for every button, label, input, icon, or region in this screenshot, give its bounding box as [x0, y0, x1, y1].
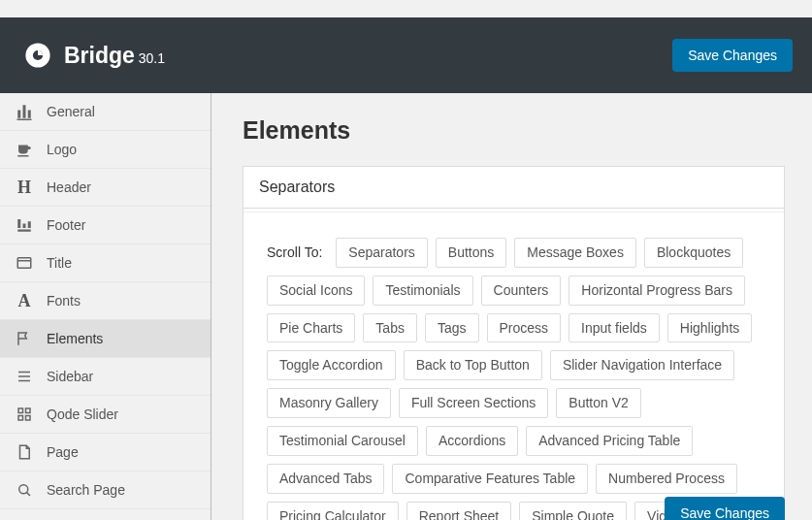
scroll-chip-accordions[interactable]: Accordions [426, 426, 518, 456]
elements-panel: Separators Scroll To: SeparatorsButtonsM… [243, 166, 785, 520]
svg-rect-11 [18, 408, 23, 413]
sidebar-item-logo[interactable]: Logo [0, 131, 211, 169]
sidebar-item-label: General [47, 104, 195, 119]
scroll-chip-blockquotes[interactable]: Blockquotes [644, 238, 743, 268]
scroll-chip-pricing-calculator[interactable]: Pricing Calculator [267, 502, 399, 520]
sidebar-item-header[interactable]: HHeader [0, 169, 211, 207]
page-title: Elements [243, 116, 785, 145]
save-changes-button-bottom[interactable]: Save Changes [665, 497, 785, 520]
letter-h-icon: H [16, 179, 33, 196]
svg-rect-3 [17, 230, 31, 232]
sidebar-item-label: Logo [47, 142, 195, 157]
cup-icon [16, 141, 33, 158]
scroll-to-label: Scroll To: [267, 244, 322, 260]
scroll-chip-advanced-tabs[interactable]: Advanced Tabs [267, 464, 384, 494]
scroll-to-row: Scroll To: SeparatorsButtonsMessage Boxe… [267, 238, 761, 520]
sidebar-item-sidebar[interactable]: Sidebar [0, 358, 211, 396]
footer-layout-icon [16, 216, 33, 234]
scroll-chip-back-to-top-button[interactable]: Back to Top Button [404, 350, 542, 380]
panel-title: Separators [244, 167, 784, 209]
svg-rect-13 [18, 416, 23, 421]
search-icon [16, 481, 33, 499]
header-bar: Bridge 30.1 Save Changes [0, 17, 812, 93]
save-changes-button[interactable]: Save Changes [672, 39, 793, 72]
scroll-chip-report-sheet[interactable]: Report Sheet [406, 502, 512, 520]
title-bar-icon [16, 254, 33, 272]
scroll-chip-testimonials[interactable]: Testimonials [373, 276, 472, 306]
sidebar-item-label: Elements [47, 331, 195, 346]
sidebar-item-label: Qode Slider [47, 406, 195, 422]
scroll-chip-comparative-features-table[interactable]: Comparative Features Table [392, 464, 588, 494]
scroll-chip-input-fields[interactable]: Input fields [568, 313, 660, 343]
brand-logo-icon [23, 41, 52, 70]
flag-icon [16, 330, 33, 347]
columns-icon [16, 103, 33, 120]
brand-name: Bridge 30.1 [64, 43, 165, 69]
sidebar-item-title[interactable]: Title [0, 244, 211, 282]
sidebar-item-label: Footer [47, 217, 195, 233]
scroll-chip-numbered-process[interactable]: Numbered Process [596, 464, 737, 494]
scroll-chip-button-v2[interactable]: Button V2 [556, 388, 641, 418]
sidebar-item-label: Sidebar [47, 369, 195, 384]
svg-rect-12 [26, 408, 31, 413]
panel-body: Scroll To: SeparatorsButtonsMessage Boxe… [244, 211, 784, 520]
sidebar: GeneralLogoHHeaderFooterTitleAFontsEleme… [0, 93, 211, 520]
scroll-chip-social-icons[interactable]: Social Icons [267, 276, 365, 306]
brand: Bridge 30.1 [23, 41, 165, 70]
scroll-chip-toggle-accordion[interactable]: Toggle Accordion [267, 350, 396, 380]
scroll-chip-separators[interactable]: Separators [336, 238, 427, 268]
scroll-chip-simple-quote[interactable]: Simple Quote [519, 502, 627, 520]
sidebar-item-general[interactable]: General [0, 93, 211, 131]
sidebar-item-footer[interactable]: Footer [0, 207, 211, 244]
sidebar-item-page[interactable]: Page [0, 434, 211, 471]
scroll-chip-horizontal-progress-bars[interactable]: Horizontal Progress Bars [568, 276, 745, 306]
scroll-chip-full-screen-sections[interactable]: Full Screen Sections [399, 388, 548, 418]
letter-a-icon: A [16, 292, 33, 309]
scroll-chip-message-boxes[interactable]: Message Boxes [514, 238, 636, 268]
scroll-chip-process[interactable]: Process [487, 313, 562, 343]
main-content: Elements Separators Scroll To: Separator… [211, 93, 812, 520]
sidebar-item-label: Title [47, 255, 195, 271]
svg-point-15 [19, 485, 28, 494]
svg-rect-2 [17, 219, 20, 228]
page-icon [16, 443, 33, 461]
scroll-chip-tags[interactable]: Tags [425, 313, 479, 343]
sidebar-item-label: Search Page [47, 482, 195, 498]
svg-rect-14 [26, 416, 31, 421]
sidebar-item-label: Page [47, 444, 195, 460]
sidebar-item-fonts[interactable]: AFonts [0, 282, 211, 320]
scroll-chip-masonry-gallery[interactable]: Masonry Gallery [267, 388, 391, 418]
scroll-chip-highlights[interactable]: Highlights [667, 313, 752, 343]
sidebar-item-label: Fonts [47, 293, 195, 309]
sidebar-item-label: Header [47, 179, 195, 195]
svg-rect-6 [17, 258, 31, 269]
grid-icon [16, 406, 33, 423]
scroll-chip-counters[interactable]: Counters [481, 276, 562, 306]
svg-line-16 [27, 493, 30, 496]
scroll-chip-buttons[interactable]: Buttons [436, 238, 506, 268]
scroll-chip-advanced-pricing-table[interactable]: Advanced Pricing Table [526, 426, 693, 456]
scroll-chip-pie-charts[interactable]: Pie Charts [267, 313, 355, 343]
scroll-chip-slider-navigation-interface[interactable]: Slider Navigation Interface [550, 350, 734, 380]
scroll-chip-testimonial-carousel[interactable]: Testimonial Carousel [267, 426, 418, 456]
sidebar-item-elements[interactable]: Elements [0, 320, 211, 358]
sidebar-item-qode-slider[interactable]: Qode Slider [0, 396, 211, 434]
sidebar-item-search-page[interactable]: Search Page [0, 471, 211, 509]
lines-icon [16, 368, 33, 385]
svg-rect-5 [28, 221, 31, 228]
svg-rect-4 [23, 224, 26, 229]
scroll-chip-tabs[interactable]: Tabs [363, 313, 417, 343]
